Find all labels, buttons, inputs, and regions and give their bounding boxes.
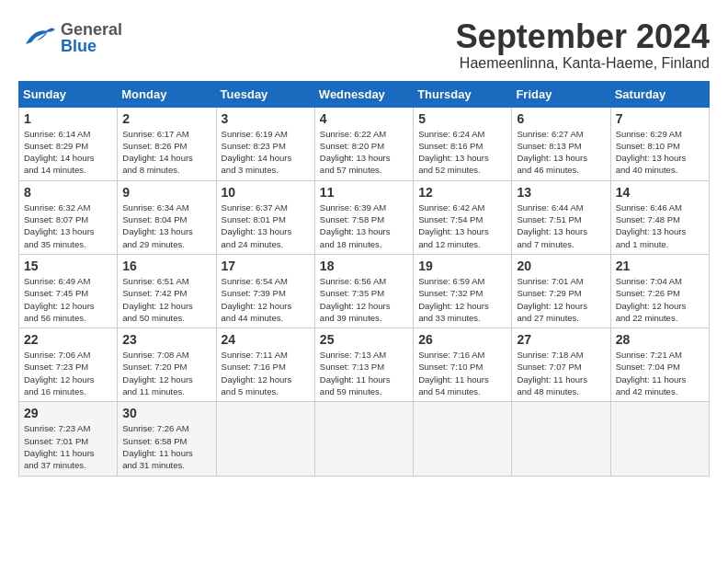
table-row: 8Sunrise: 6:32 AM Sunset: 8:07 PM Daylig… [19, 180, 118, 254]
day-number: 14 [616, 185, 704, 200]
table-row [314, 402, 413, 476]
day-info: Sunrise: 6:19 AM Sunset: 8:23 PM Dayligh… [222, 128, 310, 177]
table-row: 20Sunrise: 7:01 AM Sunset: 7:29 PM Dayli… [512, 254, 610, 327]
calendar-week-row: 1Sunrise: 6:14 AM Sunset: 8:29 PM Daylig… [19, 107, 710, 180]
table-row: 5Sunrise: 6:24 AM Sunset: 8:16 PM Daylig… [414, 107, 512, 180]
calendar-table: Sunday Monday Tuesday Wednesday Thursday… [18, 81, 710, 477]
month-title: September 2024 [456, 18, 710, 55]
title-section: September 2024 Haemeenlinna, Kanta-Haeme… [456, 18, 710, 72]
day-info: Sunrise: 7:08 AM Sunset: 7:20 PM Dayligh… [122, 349, 210, 397]
table-row: 14Sunrise: 6:46 AM Sunset: 7:48 PM Dayli… [610, 180, 709, 254]
day-info: Sunrise: 6:37 AM Sunset: 8:01 PM Dayligh… [222, 201, 310, 250]
table-row: 3Sunrise: 6:19 AM Sunset: 8:23 PM Daylig… [216, 107, 314, 180]
table-row: 22Sunrise: 7:06 AM Sunset: 7:23 PM Dayli… [19, 328, 118, 402]
table-row: 29Sunrise: 7:23 AM Sunset: 7:01 PM Dayli… [19, 402, 118, 476]
day-number: 2 [122, 111, 210, 126]
col-sunday: Sunday [19, 81, 118, 107]
day-number: 4 [320, 111, 408, 126]
day-number: 6 [517, 111, 605, 126]
table-row: 18Sunrise: 6:56 AM Sunset: 7:35 PM Dayli… [314, 254, 413, 327]
day-number: 15 [24, 259, 112, 273]
day-number: 8 [24, 185, 112, 200]
col-friday: Friday [512, 81, 610, 107]
logo-blue: Blue [61, 38, 122, 54]
day-number: 28 [616, 332, 704, 347]
day-info: Sunrise: 7:18 AM Sunset: 7:07 PM Dayligh… [517, 349, 605, 397]
day-number: 19 [418, 259, 506, 273]
table-row: 28Sunrise: 7:21 AM Sunset: 7:04 PM Dayli… [610, 328, 709, 402]
day-info: Sunrise: 7:04 AM Sunset: 7:26 PM Dayligh… [616, 275, 704, 324]
calendar-header-row: Sunday Monday Tuesday Wednesday Thursday… [19, 81, 710, 107]
day-number: 29 [24, 406, 112, 420]
calendar-week-row: 15Sunrise: 6:49 AM Sunset: 7:45 PM Dayli… [19, 254, 710, 327]
table-row: 4Sunrise: 6:22 AM Sunset: 8:20 PM Daylig… [314, 107, 413, 180]
table-row: 1Sunrise: 6:14 AM Sunset: 8:29 PM Daylig… [19, 107, 118, 180]
table-row: 10Sunrise: 6:37 AM Sunset: 8:01 PM Dayli… [216, 180, 314, 254]
table-row: 15Sunrise: 6:49 AM Sunset: 7:45 PM Dayli… [19, 254, 118, 327]
day-number: 18 [320, 259, 408, 273]
day-info: Sunrise: 6:44 AM Sunset: 7:51 PM Dayligh… [517, 201, 605, 250]
col-thursday: Thursday [414, 81, 512, 107]
day-number: 25 [320, 332, 408, 347]
table-row: 2Sunrise: 6:17 AM Sunset: 8:26 PM Daylig… [118, 107, 216, 180]
day-info: Sunrise: 7:16 AM Sunset: 7:10 PM Dayligh… [418, 349, 506, 397]
table-row: 17Sunrise: 6:54 AM Sunset: 7:39 PM Dayli… [216, 254, 314, 327]
table-row: 13Sunrise: 6:44 AM Sunset: 7:51 PM Dayli… [512, 180, 610, 254]
day-info: Sunrise: 6:24 AM Sunset: 8:16 PM Dayligh… [418, 128, 506, 177]
logo-text: General Blue [61, 21, 122, 54]
table-row: 21Sunrise: 7:04 AM Sunset: 7:26 PM Dayli… [610, 254, 709, 327]
table-row: 25Sunrise: 7:13 AM Sunset: 7:13 PM Dayli… [314, 328, 413, 402]
day-number: 12 [418, 185, 506, 200]
day-info: Sunrise: 6:22 AM Sunset: 8:20 PM Dayligh… [320, 128, 408, 177]
day-number: 22 [24, 332, 112, 347]
col-monday: Monday [118, 81, 216, 107]
day-info: Sunrise: 6:29 AM Sunset: 8:10 PM Dayligh… [616, 128, 704, 177]
day-number: 20 [517, 259, 605, 273]
day-number: 3 [222, 111, 310, 126]
day-info: Sunrise: 7:23 AM Sunset: 7:01 PM Dayligh… [24, 422, 112, 471]
day-info: Sunrise: 6:54 AM Sunset: 7:39 PM Dayligh… [222, 275, 310, 324]
day-number: 5 [418, 111, 506, 126]
table-row: 19Sunrise: 6:59 AM Sunset: 7:32 PM Dayli… [414, 254, 512, 327]
header: General Blue September 2024 Haemeenlinna… [18, 18, 710, 72]
day-info: Sunrise: 7:21 AM Sunset: 7:04 PM Dayligh… [616, 349, 704, 397]
day-info: Sunrise: 7:26 AM Sunset: 6:58 PM Dayligh… [122, 422, 210, 471]
day-info: Sunrise: 6:46 AM Sunset: 7:48 PM Dayligh… [616, 201, 704, 250]
day-number: 27 [517, 332, 605, 347]
table-row: 24Sunrise: 7:11 AM Sunset: 7:16 PM Dayli… [216, 328, 314, 402]
day-number: 13 [517, 185, 605, 200]
table-row: 26Sunrise: 7:16 AM Sunset: 7:10 PM Dayli… [414, 328, 512, 402]
table-row: 16Sunrise: 6:51 AM Sunset: 7:42 PM Dayli… [118, 254, 216, 327]
day-info: Sunrise: 6:51 AM Sunset: 7:42 PM Dayligh… [122, 275, 210, 324]
day-info: Sunrise: 6:59 AM Sunset: 7:32 PM Dayligh… [418, 275, 506, 324]
day-number: 9 [122, 185, 210, 200]
day-info: Sunrise: 6:56 AM Sunset: 7:35 PM Dayligh… [320, 275, 408, 324]
table-row: 23Sunrise: 7:08 AM Sunset: 7:20 PM Dayli… [118, 328, 216, 402]
table-row: 6Sunrise: 6:27 AM Sunset: 8:13 PM Daylig… [512, 107, 610, 180]
day-info: Sunrise: 6:17 AM Sunset: 8:26 PM Dayligh… [122, 128, 210, 177]
calendar-week-row: 29Sunrise: 7:23 AM Sunset: 7:01 PM Dayli… [19, 402, 710, 476]
day-number: 16 [122, 259, 210, 273]
day-info: Sunrise: 7:01 AM Sunset: 7:29 PM Dayligh… [517, 275, 605, 324]
table-row: 7Sunrise: 6:29 AM Sunset: 8:10 PM Daylig… [610, 107, 709, 180]
table-row: 12Sunrise: 6:42 AM Sunset: 7:54 PM Dayli… [414, 180, 512, 254]
logo-general: General [61, 21, 122, 38]
day-number: 21 [616, 259, 704, 273]
day-info: Sunrise: 6:49 AM Sunset: 7:45 PM Dayligh… [24, 275, 112, 324]
day-number: 11 [320, 185, 408, 200]
day-number: 30 [122, 406, 210, 420]
logo: General Blue [18, 18, 122, 57]
day-number: 1 [24, 111, 112, 126]
calendar-week-row: 22Sunrise: 7:06 AM Sunset: 7:23 PM Dayli… [19, 328, 710, 402]
table-row [512, 402, 610, 476]
day-info: Sunrise: 7:11 AM Sunset: 7:16 PM Dayligh… [222, 349, 310, 397]
day-info: Sunrise: 6:34 AM Sunset: 8:04 PM Dayligh… [122, 201, 210, 250]
day-info: Sunrise: 6:27 AM Sunset: 8:13 PM Dayligh… [517, 128, 605, 177]
col-wednesday: Wednesday [314, 81, 413, 107]
table-row: 27Sunrise: 7:18 AM Sunset: 7:07 PM Dayli… [512, 328, 610, 402]
table-row [216, 402, 314, 476]
day-info: Sunrise: 7:13 AM Sunset: 7:13 PM Dayligh… [320, 349, 408, 397]
day-number: 7 [616, 111, 704, 126]
day-info: Sunrise: 6:39 AM Sunset: 7:58 PM Dayligh… [320, 201, 408, 250]
day-number: 10 [222, 185, 310, 200]
